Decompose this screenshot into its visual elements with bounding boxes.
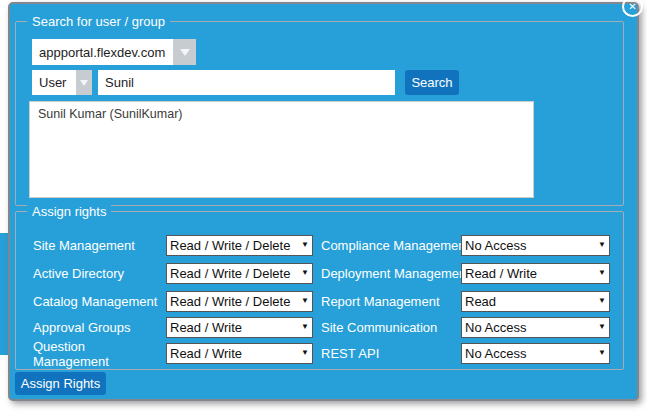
assign-rights-dialog: Search for user / group appportal.flexde… — [8, 2, 639, 401]
catalog-management-select[interactable]: Read / Write / Delete — [166, 291, 313, 312]
site-management-label: Site Management — [33, 235, 163, 256]
triangle-glyph — [180, 49, 190, 56]
rest-api-label: REST API — [321, 343, 463, 364]
catalog-management-label: Catalog Management — [33, 291, 163, 312]
report-management-label: Report Management — [321, 291, 463, 312]
approval-groups-label: Approval Groups — [33, 317, 163, 338]
domain-dropdown-value: appportal.flexdev.com — [32, 39, 173, 65]
deployment-management-select[interactable]: Read / Write — [461, 263, 610, 284]
close-glyph: ✕ — [628, 2, 636, 12]
approval-groups-select[interactable]: Read / Write — [166, 317, 313, 338]
page-background: Search for user / group appportal.flexde… — [0, 0, 647, 416]
search-type-dropdown[interactable]: User — [32, 70, 92, 95]
close-icon[interactable]: ✕ — [622, 0, 643, 17]
question-management-select[interactable]: Read / Write — [166, 343, 313, 364]
search-type-value: User — [32, 70, 76, 95]
search-groupbox: Search for user / group appportal.flexde… — [15, 21, 624, 206]
search-button[interactable]: Search — [405, 70, 459, 95]
domain-dropdown[interactable]: appportal.flexdev.com — [32, 39, 196, 65]
chevron-down-icon[interactable] — [76, 70, 92, 95]
list-item[interactable]: Sunil Kumar (SunilKumar) — [30, 102, 533, 126]
search-results-listbox[interactable]: Sunil Kumar (SunilKumar) — [29, 101, 534, 198]
rest-api-select[interactable]: No Access — [461, 343, 610, 364]
site-communication-select[interactable]: No Access — [461, 317, 610, 338]
site-communication-label: Site Communication — [321, 317, 463, 338]
active-directory-label: Active Directory — [33, 263, 163, 284]
question-management-label: Question Management — [33, 338, 163, 370]
search-groupbox-legend: Search for user / group — [27, 14, 170, 30]
deployment-management-label: Deployment Management — [321, 263, 463, 284]
assign-rights-groupbox-legend: Assign rights — [27, 204, 111, 220]
triangle-glyph — [80, 80, 88, 86]
compliance-management-label: Compliance Management — [321, 235, 463, 256]
search-input[interactable] — [98, 70, 395, 95]
assign-rights-button[interactable]: Assign Rights — [15, 372, 106, 395]
compliance-management-select[interactable]: No Access — [461, 235, 610, 256]
active-directory-select[interactable]: Read / Write / Delete — [166, 263, 313, 284]
site-management-select[interactable]: Read / Write / Delete — [166, 235, 313, 256]
report-management-select[interactable]: Read — [461, 291, 610, 312]
assign-rights-groupbox: Assign rights Site Management Read / Wri… — [15, 211, 624, 370]
chevron-down-icon[interactable] — [173, 39, 196, 65]
